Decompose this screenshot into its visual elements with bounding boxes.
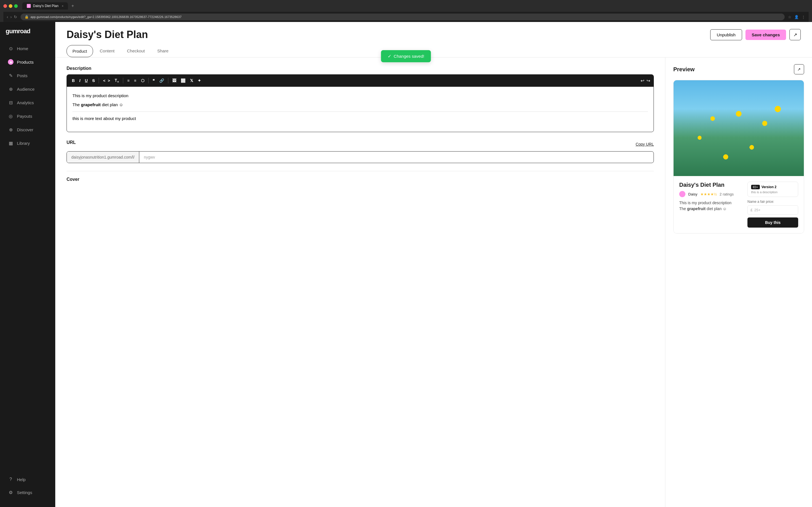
sidebar: gumroad ⊙ Home ▣ Products ✎ Posts ⊛ Audi…	[0, 22, 55, 507]
undo-redo-group: ↩ ↪	[641, 78, 650, 83]
strikethrough-button[interactable]: S	[91, 77, 96, 84]
back-button[interactable]: ‹	[7, 15, 8, 19]
menu-icon[interactable]: ⋮	[802, 15, 805, 19]
url-text: app.gumroad.com/products/nygwv/edit?_ga=…	[31, 15, 181, 18]
superscript-button[interactable]: T+	[113, 77, 121, 84]
description-line2: The grapefruit diet plan ☺	[72, 101, 648, 108]
url-suffix-input[interactable]: nygwv	[139, 152, 654, 163]
sidebar-item-label: Analytics	[17, 100, 34, 105]
active-tab[interactable]: G Daisy's Diet Plan ×	[22, 2, 68, 10]
audience-icon: ⊛	[8, 86, 13, 92]
version-badge: €0+ Version 2 this is a description	[748, 182, 798, 197]
section-divider	[66, 171, 654, 171]
currency-symbol: £	[751, 208, 753, 212]
page-title: Daisy's Diet Plan	[66, 29, 148, 41]
ordered-list-button[interactable]: ≡	[132, 77, 138, 84]
posts-icon: ✎	[8, 73, 13, 78]
preview-card: Daisy's Diet Plan Daisy ★★★★½ 2 ratings …	[673, 80, 804, 233]
app-layout: ✓ Changes saved! gumroad ⊙ Home ▣ Produc…	[0, 22, 812, 507]
fair-price-label: Name a fair price:	[748, 200, 798, 204]
page-header: Daisy's Diet Plan Unpublish Save changes…	[55, 22, 812, 45]
toast-check-icon: ✓	[388, 54, 391, 59]
reload-button[interactable]: ↻	[14, 15, 17, 19]
copy-url-button[interactable]: Copy URL	[636, 142, 654, 147]
rich-text-editor[interactable]: B I U S < > T+ ≡ ≡ ⬡ ❝ 🔗	[66, 74, 654, 132]
sidebar-item-label: Posts	[17, 73, 28, 78]
italic-button[interactable]: I	[78, 77, 82, 84]
preview-product-details: Daisy's Diet Plan Daisy ★★★★½ 2 ratings …	[679, 182, 743, 228]
changes-saved-toast: ✓ Changes saved!	[381, 50, 431, 62]
tab-product[interactable]: Product	[66, 45, 93, 57]
tab-content[interactable]: Content	[94, 45, 120, 57]
tab-favicon: G	[27, 4, 31, 8]
sidebar-item-library[interactable]: ▦ Library	[2, 137, 53, 149]
twitter-button[interactable]: 𝕏	[188, 77, 195, 84]
browser-chrome: G Daisy's Diet Plan × + ‹ › ↻ 🔒 app.gumr…	[0, 0, 812, 22]
sidebar-item-home[interactable]: ⊙ Home	[2, 42, 53, 55]
indent-button[interactable]: ⬡	[139, 77, 146, 84]
preview-stars: ★★★★½	[700, 192, 717, 196]
sidebar-item-label: Discover	[17, 127, 33, 132]
analytics-icon: ⊟	[8, 100, 13, 105]
traffic-lights	[3, 4, 18, 8]
traffic-light-minimize[interactable]	[9, 4, 12, 8]
save-changes-button[interactable]: Save changes	[746, 30, 786, 40]
sidebar-item-posts[interactable]: ✎ Posts	[2, 69, 53, 82]
traffic-light-fullscreen[interactable]	[14, 4, 18, 8]
unpublish-button[interactable]: Unpublish	[710, 29, 742, 40]
image-button[interactable]: 🖼	[170, 77, 178, 84]
fair-price-input[interactable]: £ 25+	[748, 205, 798, 215]
price-placeholder: 25+	[754, 208, 760, 212]
sidebar-item-payouts[interactable]: ◎ Payouts	[2, 110, 53, 122]
lock-icon: 🔒	[24, 15, 29, 19]
sidebar-item-audience[interactable]: ⊛ Audience	[2, 83, 53, 95]
home-icon: ⊙	[8, 46, 13, 51]
url-section: URL Copy URL daisyjonasnutrition1.gumroa…	[66, 140, 654, 163]
url-input-container[interactable]: daisyjonasnutrition1.gumroad.com/l/ nygw…	[66, 151, 654, 163]
tab-share[interactable]: Share	[152, 45, 174, 57]
sidebar-item-settings[interactable]: ⚙ Settings	[2, 486, 53, 499]
description-line1: This is my product description	[72, 93, 648, 99]
profile-icon[interactable]: 👤	[794, 15, 799, 19]
bold-button[interactable]: B	[70, 77, 77, 84]
undo-button[interactable]: ↩	[641, 78, 644, 83]
toast-message: Changes saved!	[394, 54, 424, 59]
preview-open-button[interactable]: ↗	[794, 64, 804, 74]
buy-button[interactable]: Buy this	[748, 217, 798, 228]
sidebar-item-analytics[interactable]: ⊟ Analytics	[2, 96, 53, 109]
code-button[interactable]: < >	[101, 77, 112, 84]
tab-close-button[interactable]: ×	[62, 4, 63, 8]
version-icon: €0+	[751, 185, 760, 189]
video-button[interactable]: ⬜	[179, 77, 187, 84]
product-link-button[interactable]: ↗	[790, 29, 801, 40]
blockquote-button[interactable]: ❝	[151, 77, 156, 84]
preview-meta: Daisy ★★★★½ 2 ratings	[679, 191, 743, 197]
special-button[interactable]: ✦	[196, 77, 203, 84]
redo-button[interactable]: ↪	[647, 78, 650, 83]
underline-button[interactable]: U	[83, 77, 89, 84]
forward-button[interactable]: ›	[10, 15, 12, 19]
traffic-light-close[interactable]	[3, 4, 7, 8]
url-prefix: daisyjonasnutrition1.gumroad.com/l/	[67, 152, 139, 163]
toolbar-divider	[123, 78, 123, 83]
sidebar-item-label: Help	[17, 477, 26, 482]
tab-checkout[interactable]: Checkout	[121, 45, 150, 57]
new-tab-button[interactable]: +	[69, 2, 76, 10]
rte-content-area[interactable]: This is my product description The grape…	[67, 87, 654, 132]
address-bar[interactable]: 🔒 app.gumroad.com/products/nygwv/edit?_g…	[20, 13, 784, 20]
products-icon: ▣	[8, 59, 13, 65]
sidebar-logo[interactable]: gumroad	[0, 27, 55, 42]
tab-bar: G Daisy's Diet Plan × +	[22, 2, 77, 10]
unordered-list-button[interactable]: ≡	[125, 77, 131, 84]
sidebar-item-products[interactable]: ▣ Products	[2, 56, 53, 68]
description-line3: this is more text about my product	[72, 115, 648, 122]
library-icon: ▦	[8, 140, 13, 146]
sidebar-item-help[interactable]: ? Help	[2, 473, 53, 486]
bookmark-icon[interactable]: ☆	[788, 15, 792, 19]
preview-product-image	[673, 80, 804, 176]
sidebar-item-discover[interactable]: ⊕ Discover	[2, 123, 53, 136]
toast-container: ✓ Changes saved!	[381, 50, 431, 62]
external-link-icon: ↗	[794, 32, 797, 38]
link-button[interactable]: 🔗	[158, 77, 166, 84]
header-actions: Unpublish Save changes ↗	[710, 29, 801, 40]
